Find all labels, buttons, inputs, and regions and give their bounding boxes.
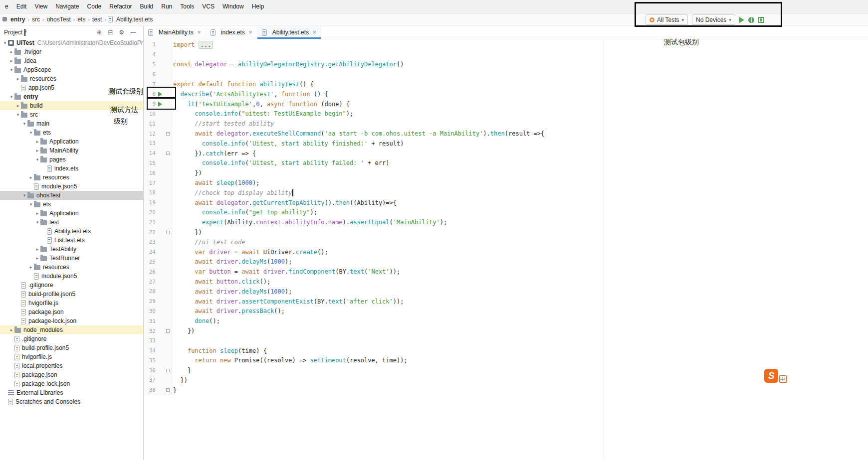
tree-item-gitignore[interactable]: .gitignore (0, 281, 143, 290)
fold-marker-icon[interactable] (165, 369, 171, 372)
code-line-27[interactable]: 27 await button.click(); (144, 277, 868, 287)
tree-item-index-ets[interactable]: index.ets (0, 164, 143, 173)
menu-item-vcs[interactable]: VCS (198, 3, 218, 10)
breadcrumb-item-src[interactable]: src (31, 16, 41, 23)
fold-marker-icon[interactable] (165, 152, 171, 155)
collapse-all-icon[interactable]: ⊟ (105, 29, 116, 36)
tree-item-application[interactable]: ▸Application (0, 209, 143, 218)
tree-item-testability[interactable]: ▸TestAbility (0, 245, 143, 254)
menu-item-navigate[interactable]: Navigate (51, 3, 83, 10)
fold-square-icon[interactable] (166, 132, 170, 136)
code-line-38[interactable]: 38} (144, 385, 868, 395)
code-line-34[interactable]: 34 function sleep(time) { (144, 346, 868, 356)
tree-chevron-icon[interactable]: ▾ (28, 202, 34, 207)
code-line-31[interactable]: 31 done(); (144, 316, 868, 326)
tree-item-uitest[interactable]: ▾UiTestC:\Users\Administrator\DevEcoStud… (0, 38, 143, 47)
tree-item-mainability[interactable]: ▸MainAbility (0, 146, 143, 155)
fold-square-icon[interactable] (166, 152, 170, 155)
code-line-17[interactable]: 17 await sleep(1000); (144, 178, 868, 188)
tree-item-application[interactable]: ▸Application (0, 137, 143, 146)
tree-item-gitignore[interactable]: .gitignore (0, 334, 143, 343)
tree-chevron-icon[interactable]: ▸ (15, 76, 21, 81)
code-line-21[interactable]: 21 expect(Ability.context.abilityInfo.na… (144, 217, 868, 227)
tree-item-hvigorfile-js[interactable]: hvigorfile.js (0, 299, 143, 307)
code-line-9[interactable]: 9 it('testUiExample',0, async function (… (144, 99, 868, 109)
tree-item-ability-test-ets[interactable]: Ability.test.ets (0, 227, 143, 236)
run-test-icon[interactable] (156, 92, 165, 97)
tree-item-ets[interactable]: ▾ets (0, 128, 143, 137)
code-line-16[interactable]: 16 }) (144, 168, 868, 178)
tree-item-resources[interactable]: ▸resources (0, 263, 143, 272)
tree-item-hvigorfile-js[interactable]: hvigorfile.js (0, 352, 143, 361)
code-line-8[interactable]: 8 describe('ActsAbilityTest', function (… (144, 89, 868, 99)
run-play-icon[interactable] (158, 92, 162, 97)
code-line-18[interactable]: 18 //check top display ability (144, 188, 868, 198)
code-line-4[interactable]: 4 (144, 50, 868, 60)
code-line-19[interactable]: 19 await delegator.getCurrentTopAbility(… (144, 198, 868, 208)
code-line-32[interactable]: 32 }) (144, 326, 868, 336)
tree-chevron-icon[interactable]: ▸ (34, 211, 40, 216)
tree-item-package-lock-json[interactable]: package-lock.json (0, 379, 143, 388)
tree-item-appscope[interactable]: ▾AppScope (0, 65, 143, 74)
tree-item-build-profile-json5[interactable]: build-profile.json5 (0, 290, 143, 299)
code-line-20[interactable]: 20 console.info("get top ability"); (144, 208, 868, 218)
code-line-13[interactable]: 13 console.info('Uitest, start ability f… (144, 139, 868, 149)
code-line-5[interactable]: 5const delegator = abilityDelegatorRegis… (144, 60, 868, 70)
tree-chevron-icon[interactable]: ▾ (21, 121, 27, 126)
menu-item-build[interactable]: Build (136, 3, 158, 10)
tree-item-testrunner[interactable]: ▸TestRunner (0, 254, 143, 263)
run-play-icon[interactable] (158, 102, 162, 107)
tree-chevron-icon[interactable]: ▾ (34, 157, 40, 162)
tree-chevron-icon[interactable]: ▸ (15, 103, 21, 108)
code-line-11[interactable]: 11 //start tested ability (144, 119, 868, 129)
tree-chevron-icon[interactable]: ▸ (8, 49, 14, 54)
tree-item-build-profile-json5[interactable]: build-profile.json5 (0, 343, 143, 352)
tree-item-package-json[interactable]: package.json (0, 370, 143, 379)
menu-item-edit[interactable]: Edit (12, 3, 31, 10)
chevron-down-icon[interactable]: ▾ (24, 29, 25, 36)
code-line-33[interactable]: 33 (144, 336, 868, 346)
code-line-25[interactable]: 25 await driver.delayMs(1000); (144, 257, 868, 267)
tree-item-idea[interactable]: ▸.idea (0, 56, 143, 65)
tree-chevron-icon[interactable]: ▸ (8, 58, 14, 63)
code-line-7[interactable]: 7export default function abilityTest() { (144, 79, 868, 89)
tab-index-ets[interactable]: index.ets× (206, 26, 257, 39)
project-panel-title[interactable]: Project (4, 29, 22, 36)
fold-marker-icon[interactable] (165, 132, 171, 136)
tree-item-local-properties[interactable]: local.properties (0, 361, 143, 370)
tree-chevron-icon[interactable]: ▸ (28, 175, 34, 180)
tree-item-ets[interactable]: ▾ets (0, 200, 143, 209)
tree-item-pages[interactable]: ▾pages (0, 155, 143, 164)
fold-square-icon[interactable] (166, 369, 170, 372)
menu-item-refactor[interactable]: Refactor (105, 3, 136, 10)
code-line-15[interactable]: 15 console.info('Uitest, start ability f… (144, 158, 868, 168)
run-config-combo[interactable]: All Tests ▾ (646, 14, 688, 25)
hide-panel-icon[interactable]: — (127, 29, 139, 36)
tree-chevron-icon[interactable]: ▾ (8, 67, 14, 72)
tree-item-external-libraries[interactable]: External Libraries (0, 388, 143, 397)
menu-item-tools[interactable]: Tools (176, 3, 198, 10)
tree-item-hvigor[interactable]: ▸.hvigor (0, 47, 143, 56)
tree-chevron-icon[interactable]: ▾ (8, 94, 14, 99)
tree-item-list-test-ets[interactable]: List.test.ets (0, 236, 143, 245)
code-line-30[interactable]: 30 await driver.pressBack(); (144, 307, 868, 316)
breadcrumb-item-test[interactable]: test (91, 16, 103, 23)
code-line-26[interactable]: 26 var button = await driver.findCompone… (144, 267, 868, 277)
menu-item-e[interactable]: e (1, 3, 12, 10)
tab-close-icon[interactable]: × (313, 29, 316, 36)
tree-chevron-icon[interactable]: ▾ (21, 193, 27, 198)
menu-item-view[interactable]: View (30, 3, 51, 10)
tree-chevron-icon[interactable]: ▾ (2, 40, 8, 45)
tree-item-node-modules[interactable]: ▸node_modules (0, 325, 143, 334)
menu-item-window[interactable]: Window (218, 3, 248, 10)
device-combo[interactable]: No Devices ▾ (692, 14, 735, 25)
debug-button[interactable] (748, 17, 754, 23)
code-line-24[interactable]: 24 var driver = await UiDriver.create(); (144, 247, 868, 257)
profile-button[interactable] (758, 17, 764, 23)
tree-item-module-json5[interactable]: module.json5 (0, 272, 143, 281)
breadcrumb-item-ets[interactable]: ets (76, 16, 86, 23)
tree-item-resources[interactable]: ▸resources (0, 74, 143, 83)
code-line-6[interactable]: 6 (144, 69, 868, 79)
tree-chevron-icon[interactable]: ▾ (28, 130, 34, 135)
tab-ability-test-ets[interactable]: Ability.test.ets× (257, 26, 321, 39)
